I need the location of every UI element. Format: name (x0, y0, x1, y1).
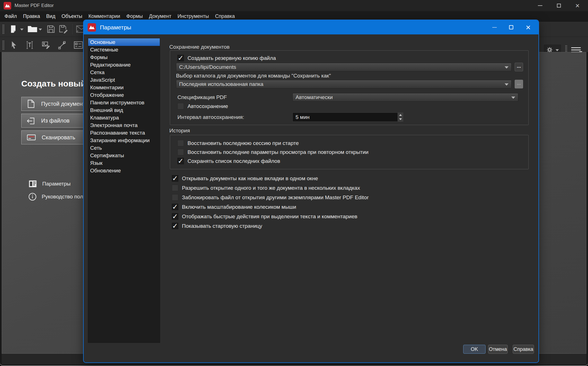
tabs-one-window-checkbox-row[interactable]: ✓ Открывать документы как новые вкладки … (172, 175, 318, 182)
open-file-button[interactable] (26, 23, 39, 35)
category-certificates[interactable]: Сертификаты (88, 152, 160, 159)
category-appearance[interactable]: Внешний вид (88, 106, 160, 114)
cancel-button[interactable]: Отмена (488, 345, 508, 354)
arrow-up-icon (399, 113, 402, 116)
category-comments[interactable]: Комментарии (88, 84, 160, 91)
recent-files-checkbox[interactable]: ✓ (177, 158, 184, 164)
category-javascript[interactable]: JavaScript (88, 76, 160, 84)
wheel-zoom-checkbox[interactable]: ✓ (172, 204, 178, 210)
lock-file-checkbox[interactable] (172, 194, 178, 201)
dialog-titlebar[interactable]: Параметры × (84, 20, 538, 34)
restore-view-params-checkbox-row[interactable]: Восстановить последние параметры просмот… (177, 149, 369, 155)
chevron-down-icon[interactable] (505, 83, 509, 88)
scanner-icon (27, 133, 36, 142)
toolbar-grip[interactable] (2, 40, 4, 50)
menu-file[interactable]: Файл (1, 11, 20, 21)
category-network[interactable]: Сеть (88, 144, 160, 152)
autosave-interval-spinbox[interactable]: 5 мин (292, 112, 403, 122)
backup-path-value: C:/Users/lipi/Documents (179, 64, 236, 70)
help-button[interactable]: Справка (513, 345, 534, 354)
pdf-spec-combobox[interactable]: Автоматически (292, 93, 518, 102)
window-minimize-button[interactable] (538, 5, 542, 6)
settings-link-label: Параметры (42, 181, 71, 187)
restore-session-checkbox[interactable] (177, 140, 184, 146)
new-document-button[interactable] (8, 23, 20, 35)
titlebar: Master PDF Editor × (0, 0, 588, 11)
category-redaction[interactable]: Затирание информации (88, 137, 160, 144)
category-email[interactable]: Электронная почта (88, 121, 160, 129)
new-document-dropdown-icon[interactable] (20, 29, 24, 32)
edit-path-tool-button[interactable] (56, 39, 68, 51)
backup-checkbox-row[interactable]: ✓ Создавать резервную копию файла (177, 55, 276, 61)
dialog-maximize-button[interactable] (509, 25, 513, 29)
save-as-icon (58, 24, 68, 34)
start-page-checkbox[interactable]: ✓ (172, 223, 178, 229)
ok-button[interactable]: OK (463, 345, 486, 354)
edit-path-icon (58, 41, 66, 49)
category-update[interactable]: Обновление (88, 167, 160, 174)
new-document-icon (10, 24, 18, 34)
spin-up-button[interactable] (398, 113, 403, 117)
save-button[interactable] (45, 23, 57, 35)
category-system[interactable]: Системные (88, 46, 160, 53)
from-files-label: Из файлов (41, 118, 70, 124)
blank-page-icon (27, 99, 36, 109)
main-menu-button[interactable] (571, 47, 584, 53)
category-ocr[interactable]: Распознавание текста (88, 129, 160, 137)
saveas-dir-label: Выбор каталога для документов для команд… (176, 73, 331, 79)
import-file-icon (27, 116, 36, 125)
same-doc-multi-tabs-checkbox[interactable] (172, 185, 178, 191)
autosave-interval-label: Интервал автосохранения: (177, 114, 244, 120)
menu-objects[interactable]: Объекты (58, 11, 85, 21)
quick-actions-checkbox-row[interactable]: ✓ Отображать быстрые действия при выделе… (172, 213, 357, 220)
backup-path-browse-button[interactable]: ... (515, 63, 523, 71)
saveas-dir-combobox[interactable]: Последняя использованная папка (176, 80, 512, 88)
window-close-button[interactable]: × (575, 3, 580, 8)
dialog-title: Параметры (100, 24, 131, 31)
category-display[interactable]: Отображение (88, 91, 160, 99)
category-grid[interactable]: Сетка (88, 69, 160, 76)
category-language[interactable]: Язык (88, 159, 160, 167)
arrow-down-icon (399, 118, 402, 121)
category-general[interactable]: Основные (88, 38, 160, 46)
dialog-category-list: Основные Системные Формы Редактирование … (88, 38, 160, 343)
lock-file-checkbox-row[interactable]: Заблокировать файл от открытия другими э… (172, 194, 369, 201)
backup-checkbox[interactable]: ✓ (177, 55, 184, 61)
category-toolbars[interactable]: Панели инструментов (88, 99, 160, 106)
restore-view-params-checkbox[interactable] (177, 149, 184, 155)
tabs-one-window-checkbox[interactable]: ✓ (172, 175, 178, 182)
autosave-checkbox[interactable] (177, 103, 184, 109)
chevron-down-icon[interactable] (505, 66, 509, 71)
edit-text-tool-button[interactable] (24, 39, 36, 51)
menu-view[interactable]: Вид (43, 11, 58, 21)
category-keyboard[interactable]: Клавиатура (88, 114, 160, 121)
dialog-close-button[interactable]: × (526, 24, 531, 30)
open-file-dropdown-icon[interactable] (39, 29, 42, 32)
spin-down-button[interactable] (398, 117, 403, 122)
dialog-minimize-button[interactable] (492, 27, 497, 28)
autosave-checkbox-row[interactable]: Автосохранение (177, 103, 228, 109)
backup-checkbox-label: Создавать резервную копию файла (188, 55, 276, 61)
chevron-down-icon[interactable] (511, 97, 515, 101)
save-as-button[interactable] (57, 23, 69, 35)
settings-link[interactable]: Параметры (28, 179, 71, 188)
menu-edit[interactable]: Правка (20, 11, 43, 21)
window-maximize-button[interactable] (557, 4, 561, 8)
quick-actions-checkbox[interactable]: ✓ (172, 213, 178, 220)
start-page-checkbox-row[interactable]: ✓ Показывать стартовую страницу (172, 223, 262, 229)
category-forms[interactable]: Формы (88, 53, 160, 61)
category-editing[interactable]: Редактирование (88, 61, 160, 69)
form-fields-tool-button[interactable] (72, 39, 85, 51)
edit-text-icon (25, 41, 34, 49)
edit-image-tool-button[interactable] (40, 39, 52, 51)
recent-files-checkbox-row[interactable]: ✓ Сохранять список последних файлов (177, 158, 280, 164)
same-doc-multi-tabs-checkbox-row[interactable]: Разрешить открытие одного и того же доку… (172, 185, 360, 191)
edit-image-icon (41, 41, 50, 49)
select-tool-button[interactable] (8, 39, 20, 51)
hamburger-icon (571, 47, 581, 48)
restore-session-checkbox-row[interactable]: Восстановить последнюю сессию при старте (177, 140, 299, 146)
wheel-zoom-checkbox-row[interactable]: ✓ Включить масштабирование колесиком мыш… (172, 204, 296, 210)
toolbar-grip[interactable] (2, 24, 4, 34)
backup-path-combobox[interactable]: C:/Users/lipi/Documents (176, 63, 512, 71)
autosave-interval-value: 5 мин (296, 114, 310, 120)
